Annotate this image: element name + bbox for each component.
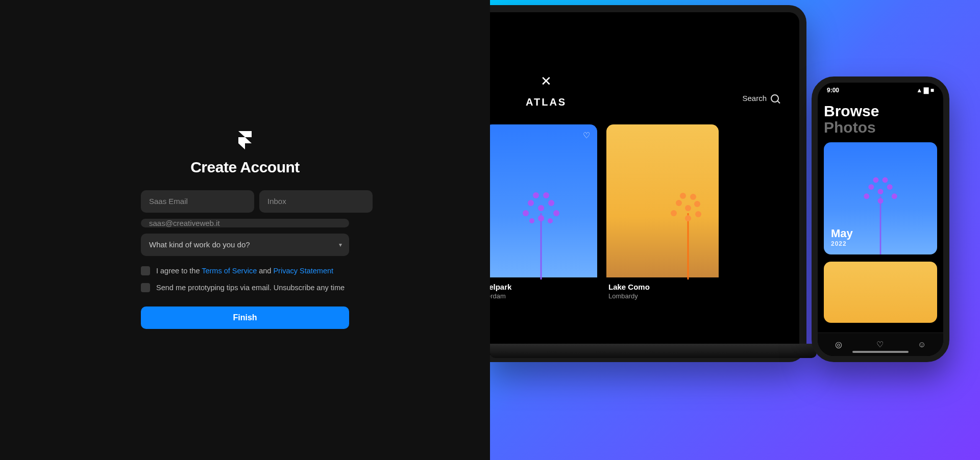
privacy-statement-link[interactable]: Privacy Statement (273, 267, 333, 275)
svg-point-17 (685, 215, 691, 221)
card-subtitle: erdam (490, 292, 595, 300)
svg-point-20 (887, 184, 893, 190)
svg-point-3 (523, 210, 529, 216)
terms-of-service-link[interactable]: Terms of Service (202, 267, 257, 275)
terms-checkbox[interactable] (141, 266, 150, 275)
search-label-text: Search (742, 94, 767, 103)
email-input[interactable] (141, 219, 349, 227)
search-icon (771, 94, 779, 103)
page-title: Create Account (190, 159, 300, 176)
phone-card-year: 2022 (831, 240, 853, 247)
svg-point-25 (878, 198, 884, 203)
card-image (606, 124, 719, 277)
laptop-card: Lake Como Lombardy (606, 124, 719, 300)
flower-icon (622, 167, 703, 279)
laptop-card: ♡ lelpark erdam (490, 124, 597, 300)
signup-form: Create Account What kind of work do you … (141, 131, 349, 329)
svg-point-22 (892, 193, 897, 199)
laptop-card-row: ♡ lelpark erdam (490, 124, 719, 300)
laptop-base (490, 344, 817, 358)
card-subtitle: Lombardy (608, 292, 717, 300)
svg-point-18 (878, 189, 884, 194)
work-select[interactable]: What kind of work do you do? (141, 234, 349, 256)
phone-screen: Browse Photos May 2022 (824, 103, 937, 330)
card-image: ♡ (490, 124, 597, 277)
laptop-app-header: ✕ ATLAS (526, 73, 567, 108)
svg-point-23 (873, 177, 878, 183)
svg-point-9 (548, 218, 553, 223)
svg-point-24 (883, 177, 888, 183)
card-meta: Lake Como Lombardy (606, 277, 719, 300)
card-title: Lake Como (608, 283, 717, 291)
svg-point-21 (864, 193, 869, 199)
user-icon: ☺ (918, 340, 926, 349)
laptop-search: Search (742, 94, 779, 103)
phone-heading: Browse Photos (824, 103, 937, 135)
phone-heading-main: Browse (824, 103, 879, 119)
tips-label: Send me prototyping tips via email. Unsu… (156, 283, 345, 293)
phone-status-icons: ▲ ▇ ■ (916, 87, 934, 94)
svg-point-16 (690, 194, 696, 200)
close-icon: ✕ (541, 73, 552, 89)
framer-logo-icon (238, 131, 252, 149)
svg-point-4 (553, 210, 559, 216)
phone-heading-sub: Photos (824, 119, 937, 136)
svg-point-1 (528, 200, 534, 206)
tips-checkbox-row: Send me prototyping tips via email. Unsu… (141, 283, 349, 293)
phone-notch (850, 83, 911, 95)
first-name-input[interactable] (141, 190, 254, 213)
work-select-wrap: What kind of work do you do? ▾ (141, 234, 349, 256)
svg-point-0 (538, 205, 544, 211)
finish-button[interactable]: Finish (141, 306, 349, 329)
svg-point-7 (538, 215, 544, 221)
tips-checkbox[interactable] (141, 283, 150, 292)
phone-time: 9:00 (827, 87, 839, 94)
name-row (141, 190, 349, 213)
phone-card-label: May 2022 (831, 227, 853, 247)
svg-point-8 (529, 218, 534, 223)
svg-point-11 (676, 200, 682, 206)
heart-icon: ♡ (876, 340, 884, 349)
last-name-input[interactable] (259, 190, 373, 213)
terms-label: I agree to the Terms of Service and Priv… (156, 266, 333, 276)
svg-point-2 (548, 200, 554, 206)
terms-checkbox-row: I agree to the Terms of Service and Priv… (141, 266, 349, 276)
svg-point-6 (543, 192, 549, 198)
svg-point-14 (695, 211, 701, 217)
card-meta: lelpark erdam (490, 277, 597, 300)
svg-point-12 (694, 201, 700, 207)
home-indicator (852, 351, 909, 353)
preview-panel: ✕ ATLAS Search ♡ lelpark (490, 0, 980, 460)
svg-point-5 (533, 192, 539, 198)
compass-icon: ◎ (835, 340, 842, 349)
phone-card-month: May (831, 227, 853, 240)
svg-point-10 (685, 205, 691, 211)
svg-point-15 (680, 193, 686, 199)
laptop-screen: ✕ ATLAS Search ♡ lelpark (490, 12, 799, 355)
heart-icon: ♡ (581, 130, 592, 141)
signup-panel: Create Account What kind of work do you … (0, 0, 490, 460)
laptop-app-brand: ATLAS (526, 96, 567, 108)
card-title: lelpark (490, 283, 595, 291)
flower-icon (500, 167, 582, 279)
terms-prefix: I agree to the (156, 267, 202, 275)
laptop-mockup: ✕ ATLAS Search ♡ lelpark (490, 5, 806, 362)
svg-point-13 (671, 210, 677, 216)
phone-card: May 2022 (824, 142, 937, 254)
svg-point-19 (868, 184, 874, 190)
phone-card (824, 262, 937, 323)
terms-middle: and (257, 267, 273, 275)
phone-mockup: 9:00 ▲ ▇ ■ Browse Photos May 2022 (812, 76, 949, 362)
checkbox-group: I agree to the Terms of Service and Priv… (141, 266, 349, 293)
